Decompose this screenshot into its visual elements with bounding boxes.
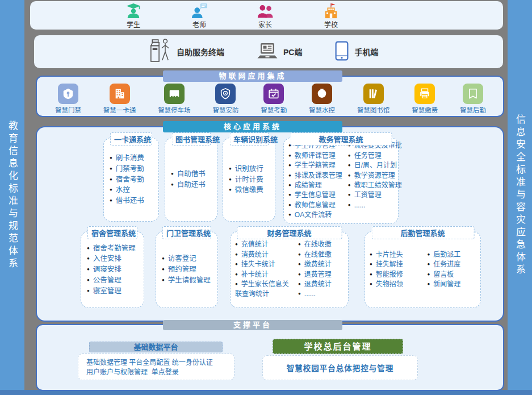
iot-item-parking: 智慧停车场 — [158, 84, 191, 114]
system-feature-list: 访客登记 预约管理 学生请假管理 — [156, 253, 217, 285]
list-item: 补卡统计 — [235, 270, 292, 280]
iot-item-label: 智慧缴费 — [412, 105, 438, 114]
list-item: 公告管理 — [87, 275, 141, 286]
list-item: 刷卡消费 — [110, 153, 156, 164]
iot-item-label: 智慧安防 — [212, 105, 238, 114]
list-item: 留言板 — [428, 270, 480, 280]
user-role-label: 学生 — [127, 19, 140, 29]
logistics-banner-icon — [463, 84, 483, 104]
pc-icon — [257, 42, 278, 62]
system-title: 宿舍管理系统 — [87, 226, 137, 239]
system-feature-list: 充值统计 消费统计 挂失卡统计 补卡统计 学生家长信息关联查询统计 — [231, 240, 294, 299]
core-section-title: 核心应用系统 — [163, 121, 342, 132]
list-item: 学生请假管理 — [162, 275, 215, 286]
system-feature-list: 后勤派工 任务进度 留言板 新闻管理 — [423, 250, 481, 290]
list-item: 学生家长信息关联查询统计 — [235, 280, 292, 300]
iot-item-attendance: 智慧考勤 — [261, 84, 287, 114]
list-item: OA文件流转 — [288, 210, 342, 220]
list-item: 后勤派工 — [428, 250, 480, 260]
iot-item-label: 智慧水控 — [309, 105, 335, 114]
list-item: 访客登记 — [162, 253, 215, 264]
system-feature-list: 自助借书 自助还书 — [165, 169, 217, 190]
parents-icon — [257, 2, 274, 19]
list-item: 退费管理 — [298, 270, 347, 280]
system-title: 车辆识别系统 — [229, 132, 269, 145]
left-banner-label: 教育信息化标准与规范体系 — [5, 120, 19, 271]
list-item: 任务管理 — [348, 151, 402, 161]
terminals-panel: 自助服务终端 PC端 — [34, 35, 503, 68]
payment-printer-icon — [414, 84, 435, 104]
list-item: 宿舍考勤管理 — [87, 243, 141, 254]
list-item: 学生学籍管理 — [288, 161, 342, 171]
list-item: 宿舍考勤 — [110, 174, 156, 185]
iot-item-label: 智慧停车场 — [158, 105, 191, 114]
list-item: 预约管理 — [162, 264, 215, 275]
user-role-label: 老师 — [192, 19, 206, 29]
list-item: 成绩管理 — [288, 181, 342, 190]
users-panel: 学生 老师 — [30, 1, 503, 30]
list-item: 排课及课表管理 — [288, 171, 342, 181]
list-item: ...... — [348, 201, 402, 210]
system-title: 教务管理系统 — [290, 132, 392, 145]
system-feature-list: 识别放行 计时计费 微信缴费 — [223, 164, 275, 196]
system-title: 图书管理系统 — [171, 132, 211, 145]
user-role-student: 学生 — [115, 2, 152, 29]
user-role-teacher: 老师 — [181, 2, 217, 29]
security-shield-icon — [215, 84, 236, 104]
list-item: 缴费统计 — [298, 260, 347, 269]
system-box-vehicle: 车辆识别系统 识别放行 计时计费 微信缴费 — [223, 138, 275, 222]
list-item: 教师信息管理 — [288, 201, 342, 210]
system-box-gate: 门卫管理系统 访客登记 预约管理 学生请假管理 — [156, 231, 218, 308]
list-item: 借书还书 — [110, 196, 156, 206]
system-feature-list: 卡片挂失 挂失解挂 智能报修 失物招领 — [365, 250, 423, 290]
list-item: 任务进度 — [428, 260, 480, 269]
list-item: 在线收缴 — [298, 240, 347, 250]
base-platform-line: 用户账户与权限管理 单点登录 — [86, 368, 234, 377]
list-item: 卡片挂失 — [370, 250, 422, 260]
user-role-parents: 家长 — [247, 2, 283, 29]
support-platform-panel: 支撑平台 基础数据平台 基础数据管理 平台全局配置 统一身份认证 用户账户与权限… — [36, 324, 504, 391]
list-item: 退费统计 — [298, 280, 347, 289]
list-item: 识别放行 — [229, 164, 273, 174]
list-item: 寝室管理 — [87, 286, 141, 297]
system-feature-list: 流程提交及审批 任务管理 日/周、月计划 教学资源管理 教职工绩效管理 工资管理… — [344, 141, 403, 220]
iot-item-logistics: 智慧后勤 — [460, 84, 486, 114]
base-data-platform-title: 基础数据平台 — [89, 342, 223, 352]
list-item: 教职工绩效管理 — [348, 181, 402, 190]
list-item: 在线催缴 — [298, 250, 347, 260]
list-item: 入住安排 — [87, 253, 141, 264]
list-item: 充值统计 — [235, 240, 292, 250]
list-item: 水控 — [110, 185, 156, 196]
list-item: 计时计费 — [229, 174, 273, 185]
base-platform-line: 基础数据管理 平台全局配置 统一身份认证 — [86, 358, 234, 368]
attendance-calendar-icon — [263, 84, 284, 104]
list-item: 挂失解挂 — [370, 260, 422, 269]
kiosk-icon — [149, 38, 171, 66]
student-icon — [125, 2, 142, 19]
system-box-dorm: 宿舍管理系统 宿舍考勤管理 入住安排 调寝安排 公告管理 寝室管理 — [81, 231, 144, 308]
teacher-icon — [191, 2, 208, 19]
iot-item-access: 智慧门禁 — [55, 84, 81, 114]
system-feature-list: 刷卡消费 门禁考勤 宿舍考勤 水控 借书还书 — [104, 153, 158, 206]
parking-icon — [164, 84, 185, 104]
list-item: ...... — [298, 289, 347, 299]
iot-item-onecard: 智慧一卡通 — [103, 84, 136, 114]
school-admin-content: 智慧校园平台总体把控与管理 — [262, 355, 418, 380]
iot-section-title: 物联网应用集成 — [163, 70, 342, 82]
system-box-library: 图书管理系统 自助借书 自助还书 — [165, 138, 217, 222]
iot-panel: 物联网应用集成 智慧门禁 — [36, 76, 504, 117]
list-item: 工资管理 — [348, 190, 402, 200]
system-feature-columns: 学生评分管理 教师评课管理 学生学籍管理 排课及课表管理 成绩管理 学生信息管理… — [284, 141, 398, 220]
list-item: 日/周、月计划 — [348, 161, 402, 171]
onecard-icon — [110, 84, 130, 104]
list-item: 门禁考勤 — [110, 164, 156, 174]
iot-item-label: 智慧一卡通 — [103, 105, 136, 114]
left-banner: 教育信息化标准与规范体系 — [0, 0, 24, 390]
terminal-label: PC端 — [283, 46, 302, 57]
terminal-pc: PC端 — [257, 42, 302, 62]
library-books-icon — [363, 84, 384, 104]
list-item: 自助借书 — [171, 169, 215, 180]
list-item: 学生信息管理 — [288, 190, 342, 200]
school-admin-title: 学校总后台管理 — [273, 339, 403, 354]
list-item: 失物招领 — [370, 280, 422, 289]
